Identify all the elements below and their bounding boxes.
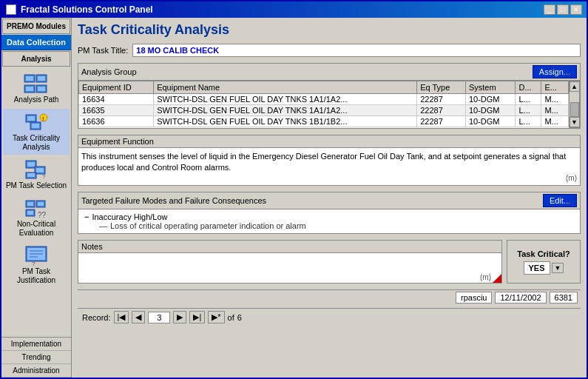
analysis-table: Equipment ID Equipment Name Eq Type Syst…: [78, 81, 569, 127]
maximize-button[interactable]: □: [557, 4, 569, 15]
status-id: 6381: [550, 292, 578, 303]
table-cell-name: SWITCH-DSL GEN FUEL OIL DAY TNKS 1A1/1A2…: [154, 105, 417, 116]
failure-sub-dash: —: [99, 221, 107, 230]
record-first-button[interactable]: |◀: [114, 311, 129, 323]
table-cell-system: 10-DGM: [465, 105, 516, 116]
notes-corner-indicator: [493, 274, 501, 283]
scroll-down-arrow[interactable]: ▼: [570, 117, 580, 127]
svg-rect-26: [27, 211, 33, 215]
sidebar-tab-premo[interactable]: PREMO Modules: [2, 19, 70, 34]
task-critical-label: Task Critical?: [517, 249, 570, 258]
table-cell-d: L...: [516, 116, 541, 127]
pm-task-icon: ?: [23, 159, 50, 180]
col-d: D...: [516, 81, 541, 94]
failure-modes-header: Targeted Failure Modes and Failure Conse…: [78, 192, 580, 209]
record-prev-button[interactable]: ◀: [132, 311, 145, 323]
table-row[interactable]: 16635SWITCH-DSL GEN FUEL OIL DAY TNKS 1A…: [79, 105, 569, 116]
equipment-function-header: Equipment Function: [78, 135, 580, 148]
analysis-table-wrapper: Equipment ID Equipment Name Eq Type Syst…: [78, 81, 580, 128]
svg-rect-7: [38, 87, 45, 91]
sidebar-bottom-trending[interactable]: Trending: [1, 351, 71, 364]
sidebar-item-task-criticality[interactable]: ! Task Criticality Analysis: [3, 109, 70, 155]
sidebar-bottom-implementation[interactable]: Implementation: [1, 338, 71, 351]
scroll-up-arrow[interactable]: ▲: [570, 81, 580, 92]
sidebar-item-non-critical-eval[interactable]: ?? Non-Critical Evaluation: [3, 195, 70, 241]
minimize-button[interactable]: _: [544, 4, 555, 15]
assign-button[interactable]: Assign...: [533, 65, 577, 78]
task-critical-box: Task Critical? YES ▼: [507, 240, 581, 284]
equipment-function-label: Equipment Function: [81, 137, 154, 146]
table-cell-e: M...: [541, 105, 569, 116]
sidebar-item-pm-task-justification[interactable]: ? PM Task Justification: [3, 242, 70, 288]
col-equipment-id: Equipment ID: [79, 81, 154, 94]
sidebar-label-pm-task-justification: PM Task Justification: [4, 267, 68, 285]
sidebar-label-pm-task-selection: PM Task Selection: [6, 181, 67, 190]
record-new-button[interactable]: ▶*: [208, 311, 224, 323]
sidebar-bottom: Implementation Trending Administration: [1, 337, 71, 378]
notes-box: Notes (m): [78, 240, 502, 284]
svg-rect-22: [27, 202, 33, 206]
record-of-label: of: [228, 313, 234, 322]
record-current: 3: [148, 312, 170, 323]
table-cell-name: SWITCH-DSL GEN FUEL OIL DAY TNKS 1B1/1B2…: [154, 116, 417, 127]
failure-sub-item: — Loss of critical operating parameter i…: [99, 221, 574, 230]
svg-rect-19: [27, 173, 35, 177]
table-cell-id: 16635: [79, 105, 154, 116]
sidebar-label-task-criticality: Task Criticality Analysis: [4, 134, 68, 152]
table-cell-e: M...: [541, 94, 569, 105]
col-eq-type: Eq Type: [417, 81, 466, 94]
task-critical-value: YES: [524, 261, 550, 275]
svg-rect-17: [36, 168, 44, 172]
sidebar-tab-datacollection[interactable]: Data Collection: [1, 35, 71, 50]
status-bar: rpasciu 12/11/2002 6381: [78, 289, 581, 305]
page-title: Task Criticality Analysis: [78, 22, 581, 38]
close-button[interactable]: ✕: [570, 4, 582, 15]
equipment-function-section: Equipment Function This instrument sense…: [78, 135, 581, 186]
table-row[interactable]: 16634SWITCH-DSL GEN FUEL OIL DAY TNKS 1A…: [79, 94, 569, 105]
app-icon: [6, 4, 16, 15]
svg-rect-1: [26, 76, 33, 81]
task-critical-dropdown-arrow[interactable]: ▼: [552, 263, 564, 273]
sidebar-tab-analysis[interactable]: Analysis: [2, 51, 70, 67]
table-cell-d: L...: [516, 105, 541, 116]
sidebar-bottom-administration[interactable]: Administration: [1, 364, 71, 378]
col-system: System: [465, 81, 516, 94]
table-cell-system: 10-DGM: [465, 94, 516, 105]
title-bar: Fractal Solutions Control Panel _ □ ✕: [1, 1, 587, 18]
svg-rect-3: [38, 76, 45, 81]
task-critical-select: YES ▼: [524, 261, 564, 275]
status-user: rpasciu: [456, 292, 492, 303]
title-controls: _ □ ✕: [544, 4, 582, 15]
svg-rect-24: [38, 202, 44, 206]
sidebar-item-pm-task-selection[interactable]: ? PM Task Selection: [3, 156, 70, 193]
analysis-group-header: Analysis Group Assign...: [78, 64, 580, 81]
failure-modes-section: Targeted Failure Modes and Failure Conse…: [78, 192, 581, 234]
table-cell-id: 16634: [79, 94, 154, 105]
window-title: Fractal Solutions Control Panel: [21, 4, 153, 15]
svg-text:?: ?: [42, 173, 46, 180]
noncrit-icon: ??: [23, 198, 50, 218]
table-cell-name: SWITCH-DSL GEN FUEL OIL DAY TNKS 1A1/1A2…: [154, 94, 417, 105]
record-next-button[interactable]: ▶: [173, 311, 186, 323]
table-cell-id: 16636: [79, 116, 154, 127]
svg-rect-15: [27, 162, 35, 167]
svg-rect-11: [32, 124, 39, 128]
analysis-scrollbar[interactable]: ▲ ▼: [569, 81, 580, 128]
scroll-thumb[interactable]: [570, 102, 579, 117]
svg-rect-9: [27, 116, 35, 121]
svg-rect-5: [26, 87, 33, 91]
edit-button[interactable]: Edit...: [543, 194, 577, 207]
analysis-table-scroll[interactable]: Equipment ID Equipment Name Eq Type Syst…: [78, 81, 569, 128]
equip-func-m-indicator: (m): [566, 173, 577, 184]
notes-content[interactable]: (m): [78, 253, 501, 283]
analysis-group-label: Analysis Group: [81, 67, 137, 76]
sidebar-item-analysis-path[interactable]: Analysis Path: [3, 70, 70, 107]
status-date: 12/11/2002: [495, 292, 546, 303]
record-last-button[interactable]: ▶|: [189, 311, 205, 323]
sidebar-label-analysis-path: Analysis Path: [14, 95, 59, 104]
sidebar-nav: Analysis Path ! Task Criticality Analysi…: [1, 67, 71, 337]
table-row[interactable]: 16636SWITCH-DSL GEN FUEL OIL DAY TNKS 1B…: [79, 116, 569, 127]
col-equipment-name: Equipment Name: [154, 81, 417, 94]
task-criticality-icon: !: [23, 112, 50, 133]
sidebar-label-non-critical-eval: Non-Critical Evaluation: [4, 220, 68, 238]
